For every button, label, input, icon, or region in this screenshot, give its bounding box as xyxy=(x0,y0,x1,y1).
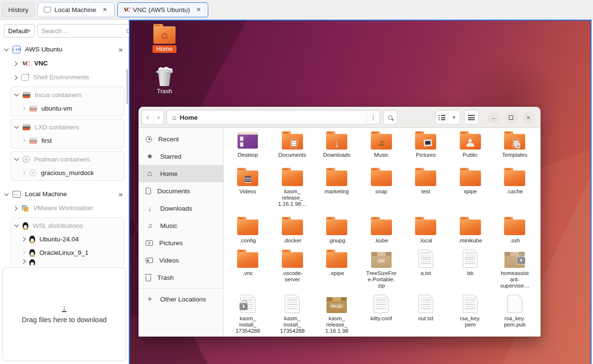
search-button[interactable] xyxy=(383,110,397,125)
place-downloads[interactable]: Downloads xyxy=(139,200,223,217)
place-trash[interactable]: Trash xyxy=(139,269,223,286)
file-xpipe[interactable]: xpipe xyxy=(448,167,493,216)
file-.kube[interactable]: .kube xyxy=(359,216,404,249)
file-.docker[interactable]: .docker xyxy=(270,216,315,249)
file-public[interactable]: Public xyxy=(448,131,493,167)
tree-item-clipped[interactable] xyxy=(11,259,124,265)
file-.minikube[interactable]: .minikube xyxy=(448,216,493,249)
path-menu-button[interactable]: ⋮ xyxy=(366,111,379,124)
remote-desktop[interactable]: ⌂ Home Trash ‹ › ⌂ xyxy=(130,21,591,364)
file-music[interactable]: Music xyxy=(359,131,404,167)
tree-item-ubuntu-24-04[interactable]: Ubuntu-24.04 xyxy=(11,232,124,246)
file-kasm-[interactable]: kasm_ release_ 1.16.1.98… xyxy=(270,167,315,216)
maximize-button[interactable] xyxy=(505,112,517,124)
file-homeassist[interactable]: homeassist ant- supervise… xyxy=(492,249,537,294)
chevron-down-icon[interactable] xyxy=(4,46,9,51)
place-videos[interactable]: Videos xyxy=(139,251,223,269)
chevron-right-icon[interactable] xyxy=(13,61,18,66)
tree-item-aws-ubuntu[interactable]: AWS Ubuntu» xyxy=(0,42,128,56)
chevron-right-icon[interactable] xyxy=(13,75,18,80)
tab-local-machine[interactable]: Local Machine✕ xyxy=(38,2,114,17)
tree-item-ubuntu-vm[interactable]: ubuntu-vm xyxy=(11,101,124,115)
file-.vnc[interactable]: .vnc xyxy=(226,249,270,294)
more-actions-icon[interactable]: » xyxy=(119,45,123,53)
tab-vnc-aws-ubuntu-[interactable]: VNC (AWS Ubuntu)✕ xyxy=(117,2,208,17)
scrollbar[interactable] xyxy=(126,69,128,104)
file-downloads[interactable]: Downloads xyxy=(315,131,359,167)
tree-item-incus-containers[interactable]: Incus containers xyxy=(11,88,124,101)
search-input[interactable] xyxy=(42,27,126,35)
chevron-right-icon[interactable] xyxy=(21,171,26,176)
chevron-right-icon[interactable] xyxy=(21,138,26,143)
place-home[interactable]: Home xyxy=(139,165,223,182)
file-bb[interactable]: bb xyxy=(448,249,493,294)
desktop-icon-home[interactable]: ⌂ Home xyxy=(146,26,183,53)
file-kasm-[interactable]: tar.gzkasm_ release_ 1.16.1.98 xyxy=(315,294,359,334)
file-.ssh[interactable]: .ssh xyxy=(492,216,537,249)
chevron-right-icon[interactable] xyxy=(13,206,18,211)
file-marketing[interactable]: marketing xyxy=(315,167,359,216)
chevron-right-icon[interactable] xyxy=(21,259,26,264)
chevron-down-icon[interactable] xyxy=(4,191,9,196)
file-rsa-key.[interactable]: rsa_key. pem xyxy=(448,294,493,334)
tree-item-oraclelinux-9-1[interactable]: OracleLinux_9_1 xyxy=(11,246,124,259)
file-.gnupg[interactable]: .gnupg xyxy=(315,216,359,249)
tree-item-vmware-workstation[interactable]: VMware Workstation xyxy=(0,201,128,215)
minimize-button[interactable]: – xyxy=(488,112,500,124)
close-icon[interactable]: ✕ xyxy=(101,6,108,13)
file-pictures[interactable]: Pictures xyxy=(404,131,448,167)
main-menu-button[interactable] xyxy=(464,110,479,125)
file-.cache[interactable]: .cache xyxy=(492,167,537,216)
file-templates[interactable]: Templates xyxy=(492,131,537,167)
file-.config[interactable]: .config xyxy=(226,216,270,249)
chevron-down-icon[interactable] xyxy=(14,124,19,129)
file-documents[interactable]: Documents xyxy=(270,131,315,167)
file-snap[interactable]: snap xyxy=(359,167,404,216)
file-videos[interactable]: Videos xyxy=(226,167,270,216)
close-icon[interactable]: ✕ xyxy=(195,6,202,13)
place-other-locations[interactable]: Other Locations xyxy=(139,290,223,308)
file-kasm-[interactable]: kasm_ install_ 17354288 xyxy=(226,294,270,334)
chevron-down-icon[interactable] xyxy=(14,92,19,97)
file-test[interactable]: test xyxy=(404,167,448,216)
tree-item-wsl-distributions[interactable]: WSL distributions xyxy=(11,219,124,232)
place-starred[interactable]: Starred xyxy=(139,148,223,165)
view-list-button[interactable] xyxy=(436,111,448,124)
place-documents[interactable]: Documents xyxy=(139,182,223,200)
tab-history[interactable]: History xyxy=(2,2,35,17)
file-desktop[interactable]: Desktop xyxy=(226,131,270,167)
file-a.txt[interactable]: a.txt xyxy=(404,249,448,294)
file-rsa-key.[interactable]: rsa_key. pem.pub xyxy=(492,294,537,334)
file-.local[interactable]: .local xyxy=(404,216,448,249)
file-.vscode-[interactable]: .vscode- server xyxy=(270,249,315,294)
tree-item-lxd-containers[interactable]: LXD containers xyxy=(11,120,124,134)
file-treesizefre[interactable]: zipTreeSizeFre e-Portable. zip xyxy=(359,249,404,294)
profile-dropdown[interactable]: Default ▾ xyxy=(4,24,35,38)
chevron-right-icon[interactable] xyxy=(21,237,26,242)
file-kasm-[interactable]: kasm_ install_ 17354288 xyxy=(270,294,315,334)
forward-button[interactable]: › xyxy=(153,111,164,124)
chevron-right-icon[interactable] xyxy=(21,251,26,255)
file-.xpipe[interactable]: .xpipe xyxy=(315,249,359,294)
view-options-dropdown[interactable]: ▾ xyxy=(448,111,460,124)
tree-item-shell-environments[interactable]: Shell Environments xyxy=(0,70,128,84)
download-drop-zone[interactable]: ↓ Drag files here to download xyxy=(2,267,126,361)
file-out.txt[interactable]: out.txt xyxy=(404,294,448,334)
tree-item-local-machine[interactable]: Local Machine» xyxy=(0,187,128,201)
search-box[interactable] xyxy=(38,24,135,38)
path-bar[interactable]: ⌂ Home ⋮ xyxy=(166,110,380,125)
chevron-down-icon[interactable] xyxy=(14,156,19,161)
close-button[interactable]: ✕ xyxy=(522,112,534,124)
tree-item-vnc[interactable]: VNC xyxy=(0,56,128,70)
desktop-icon-trash[interactable]: Trash xyxy=(146,67,183,95)
chevron-down-icon[interactable] xyxy=(14,223,19,227)
file-kitty.conf[interactable]: kitty.conf xyxy=(359,294,404,334)
tree-item-first[interactable]: first xyxy=(11,134,124,147)
tree-item-gracious-murdock[interactable]: gracious_murdock xyxy=(11,166,124,179)
tree-item-podman-containers[interactable]: Podman containers xyxy=(11,152,124,166)
place-recent[interactable]: Recent xyxy=(139,130,223,148)
place-pictures[interactable]: Pictures xyxy=(139,234,223,251)
place-music[interactable]: Music xyxy=(139,217,223,234)
back-button[interactable]: ‹ xyxy=(142,111,153,124)
chevron-right-icon[interactable] xyxy=(21,106,26,111)
